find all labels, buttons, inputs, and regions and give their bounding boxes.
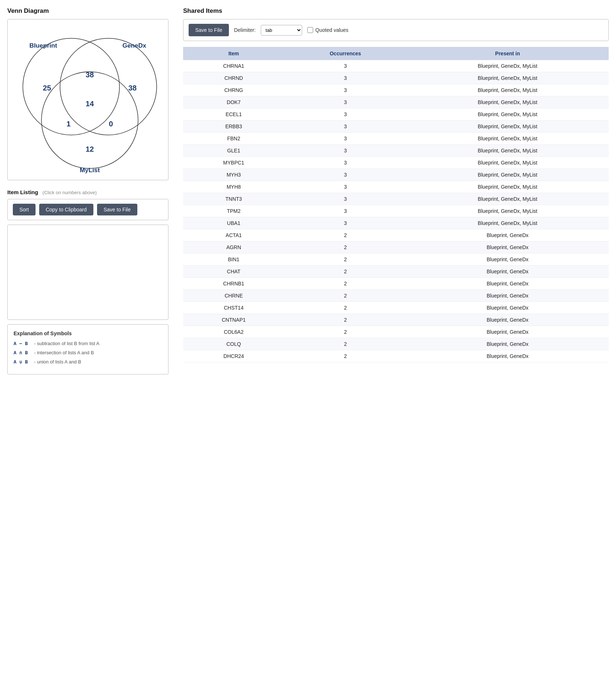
shared-table-body: CHRNA13Blueprint, GeneDx, MyListCHRND3Bl… <box>183 60 609 362</box>
cell-occurrences: 3 <box>284 217 407 229</box>
cell-present-in: Blueprint, GeneDx <box>407 241 609 254</box>
cell-present-in: Blueprint, GeneDx <box>407 302 609 314</box>
blueprint-label: Blueprint <box>29 42 57 49</box>
cell-item: CHRNA1 <box>183 60 284 72</box>
cell-item: DOK7 <box>183 96 284 108</box>
save-to-file-button-left[interactable]: Save to File <box>97 204 137 215</box>
table-row: MYH83Blueprint, GeneDx, MyList <box>183 181 609 193</box>
cell-occurrences: 3 <box>284 193 407 205</box>
cell-occurrences: 3 <box>284 145 407 157</box>
table-row: COLQ2Blueprint, GeneDx <box>183 338 609 350</box>
table-row: BIN12Blueprint, GeneDx <box>183 254 609 266</box>
genedx-circle[interactable] <box>60 38 157 135</box>
right-panel: Shared Items Save to File Delimiter: tab… <box>183 7 609 362</box>
union-symbol: A ∪ B <box>14 359 31 365</box>
table-row: GLE13Blueprint, GeneDx, MyList <box>183 145 609 157</box>
cell-item: AGRN <box>183 241 284 254</box>
genedx-label: GeneDx <box>122 42 146 49</box>
cell-item: TNNT3 <box>183 193 284 205</box>
table-row: CHRNB12Blueprint, GeneDx <box>183 278 609 290</box>
mylist-label: MyList <box>80 166 100 174</box>
sort-button[interactable]: Sort <box>13 204 36 215</box>
cell-occurrences: 3 <box>284 60 407 72</box>
venn-title: Venn Diagram <box>7 7 168 15</box>
cell-occurrences: 2 <box>284 338 407 350</box>
cell-item: FBN2 <box>183 133 284 145</box>
cell-item: ERBB3 <box>183 121 284 133</box>
cell-present-in: Blueprint, GeneDx, MyList <box>407 72 609 84</box>
cell-present-in: Blueprint, GeneDx, MyList <box>407 84 609 96</box>
union-description: - union of lists A and B <box>34 359 81 365</box>
table-row: AGRN2Blueprint, GeneDx <box>183 241 609 254</box>
copy-to-clipboard-button[interactable]: Copy to Clipboard <box>39 204 93 215</box>
save-to-file-button-right[interactable]: Save to File <box>189 24 229 36</box>
cell-occurrences: 3 <box>284 181 407 193</box>
cell-item: CHRNG <box>183 84 284 96</box>
cell-present-in: Blueprint, GeneDx, MyList <box>407 133 609 145</box>
cell-present-in: Blueprint, GeneDx, MyList <box>407 193 609 205</box>
cell-occurrences: 2 <box>284 266 407 278</box>
cell-item: GLE1 <box>183 145 284 157</box>
cell-occurrences: 2 <box>284 314 407 326</box>
blueprint-mylist-value: 1 <box>67 120 71 128</box>
quoted-values-label: Quoted values <box>307 27 348 33</box>
cell-occurrences: 3 <box>284 169 407 181</box>
item-listing-section: Item Listing (Click on numbers above) <box>7 189 168 195</box>
cell-present-in: Blueprint, GeneDx <box>407 266 609 278</box>
cell-occurrences: 3 <box>284 84 407 96</box>
cell-item: COLQ <box>183 338 284 350</box>
table-row: CHST142Blueprint, GeneDx <box>183 302 609 314</box>
table-row: TNNT33Blueprint, GeneDx, MyList <box>183 193 609 205</box>
cell-occurrences: 3 <box>284 121 407 133</box>
delimiter-label: Delimiter: <box>234 27 256 33</box>
cell-item: CHRNE <box>183 290 284 302</box>
cell-item: DHCR24 <box>183 350 284 362</box>
subtraction-symbol: A − B <box>14 341 31 346</box>
cell-present-in: Blueprint, GeneDx, MyList <box>407 145 609 157</box>
cell-occurrences: 3 <box>284 157 407 169</box>
cell-present-in: Blueprint, GeneDx, MyList <box>407 217 609 229</box>
cell-present-in: Blueprint, GeneDx <box>407 278 609 290</box>
subtraction-description: - subtraction of list B from list A <box>34 341 99 346</box>
cell-occurrences: 2 <box>284 326 407 338</box>
cell-item: CNTNAP1 <box>183 314 284 326</box>
table-row: TPM23Blueprint, GeneDx, MyList <box>183 205 609 217</box>
shared-items-table: Item Occurrences Present in CHRNA13Bluep… <box>183 47 609 362</box>
cell-item: MYH8 <box>183 181 284 193</box>
cell-occurrences: 2 <box>284 290 407 302</box>
delimiter-select[interactable]: tab comma semicolon space <box>261 25 302 36</box>
cell-item: CHRND <box>183 72 284 84</box>
venn-box: Blueprint GeneDx MyList 25 38 38 14 1 0 … <box>7 19 168 180</box>
cell-present-in: Blueprint, GeneDx <box>407 229 609 241</box>
venn-diagram-svg: Blueprint GeneDx MyList 25 38 38 14 1 0 … <box>14 25 162 174</box>
cell-occurrences: 2 <box>284 302 407 314</box>
cell-item: COL6A2 <box>183 326 284 338</box>
explanation-box: Explanation of Symbols A − B - subtracti… <box>7 324 168 374</box>
listing-area <box>7 225 168 320</box>
intersection-symbol: A ∩ B <box>14 350 31 355</box>
cell-present-in: Blueprint, GeneDx <box>407 314 609 326</box>
cell-present-in: Blueprint, GeneDx, MyList <box>407 108 609 121</box>
blueprint-only-value: 25 <box>43 84 51 92</box>
genedx-mylist-value: 0 <box>109 120 113 128</box>
cell-present-in: Blueprint, GeneDx, MyList <box>407 205 609 217</box>
mylist-only-value: 12 <box>86 145 94 153</box>
cell-item: CHST14 <box>183 302 284 314</box>
cell-present-in: Blueprint, GeneDx <box>407 338 609 350</box>
quoted-values-checkbox[interactable] <box>307 27 313 33</box>
table-row: MYH33Blueprint, GeneDx, MyList <box>183 169 609 181</box>
blueprint-circle[interactable] <box>23 38 119 135</box>
main-layout: Venn Diagram Blueprint GeneDx MyList 25 … <box>7 7 609 374</box>
explanation-row-intersection: A ∩ B - intersection of lists A and B <box>14 350 162 355</box>
explanation-row-subtraction: A − B - subtraction of list B from list … <box>14 341 162 346</box>
blueprint-genedx-value: 38 <box>86 71 94 79</box>
all-three-value: 14 <box>86 100 94 108</box>
cell-present-in: Blueprint, GeneDx, MyList <box>407 121 609 133</box>
cell-present-in: Blueprint, GeneDx <box>407 254 609 266</box>
cell-present-in: Blueprint, GeneDx, MyList <box>407 169 609 181</box>
cell-present-in: Blueprint, GeneDx, MyList <box>407 181 609 193</box>
mylist-circle[interactable] <box>41 72 138 169</box>
genedx-only-value: 38 <box>129 84 137 92</box>
table-row: COL6A22Blueprint, GeneDx <box>183 326 609 338</box>
cell-item: CHRNB1 <box>183 278 284 290</box>
